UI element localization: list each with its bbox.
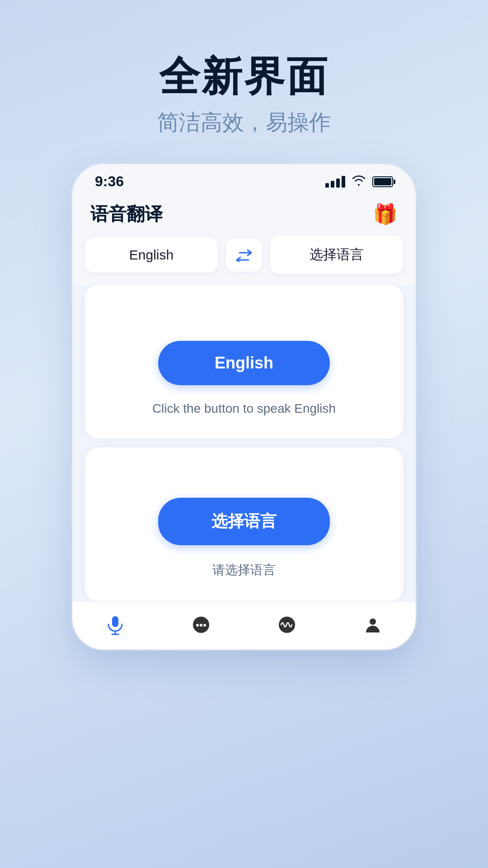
target-language-button[interactable]: 选择语言 <box>270 236 403 274</box>
nav-item-wave[interactable] <box>263 614 311 635</box>
svg-point-4 <box>196 624 199 627</box>
source-translation-panel: English Click the button to speak Englis… <box>85 285 403 439</box>
bottom-navigation <box>72 601 416 650</box>
gift-icon[interactable]: 🎁 <box>373 203 398 226</box>
swap-language-button[interactable] <box>226 238 262 272</box>
nav-item-profile[interactable] <box>349 614 397 635</box>
speak-english-button[interactable]: English <box>158 341 330 385</box>
chat-icon <box>191 614 211 635</box>
app-title: 语音翻译 <box>90 202 163 226</box>
hero-subtitle: 简洁高效，易操作 <box>157 108 331 137</box>
status-time: 9:36 <box>95 173 124 190</box>
source-language-button[interactable]: English <box>85 237 218 273</box>
status-bar: 9:36 <box>72 164 416 194</box>
svg-rect-0 <box>112 616 118 627</box>
status-icons <box>325 174 393 189</box>
content-area: English Click the button to speak Englis… <box>72 285 416 601</box>
hero-section: 全新界面 简洁高效，易操作 <box>157 54 331 137</box>
mic-icon <box>105 614 126 635</box>
speak-english-hint: Click the button to speak English <box>152 401 336 416</box>
svg-point-6 <box>203 624 206 627</box>
nav-item-chat[interactable] <box>177 614 225 635</box>
svg-point-8 <box>370 618 376 625</box>
target-translation-panel: 选择语言 请选择语言 <box>85 448 403 601</box>
speak-target-button[interactable]: 选择语言 <box>158 498 330 545</box>
app-header: 语音翻译 🎁 <box>72 194 416 236</box>
speak-target-hint: 请选择语言 <box>212 561 276 579</box>
phone-shell: 9:36 语音翻译 🎁 English <box>72 164 416 650</box>
wave-icon <box>277 614 297 635</box>
signal-icon <box>325 176 345 188</box>
battery-icon <box>372 176 393 187</box>
person-icon <box>362 614 383 635</box>
hero-title: 全新界面 <box>157 54 331 99</box>
nav-item-mic[interactable] <box>91 614 139 635</box>
wifi-icon <box>352 174 366 189</box>
language-selector-row: English 选择语言 <box>72 236 416 285</box>
svg-point-5 <box>200 624 202 627</box>
